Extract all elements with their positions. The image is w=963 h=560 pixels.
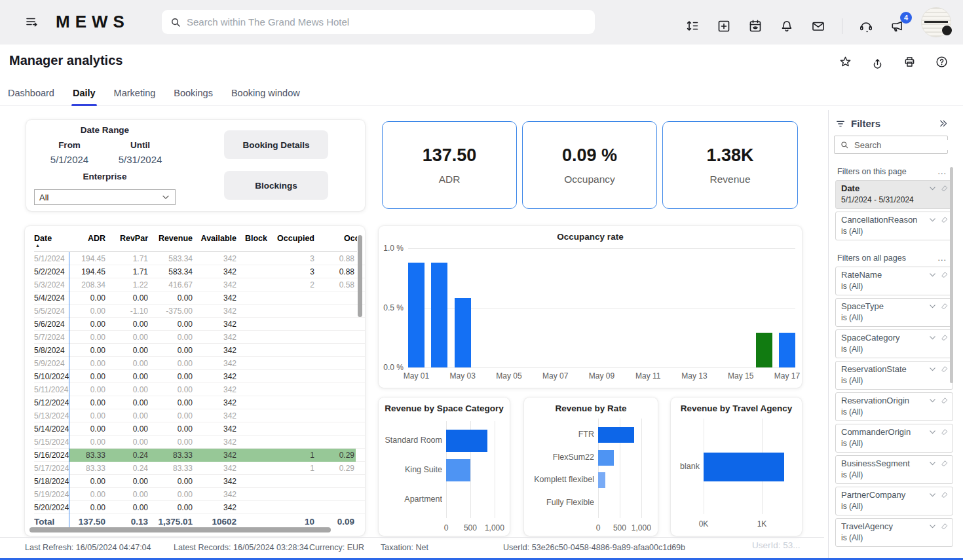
table-row[interactable]: 5/16/202483.330.2483.3334210.29	[34, 449, 365, 462]
table-row[interactable]: 5/15/20240.000.000.00342	[34, 436, 365, 449]
column-header-date[interactable]: Date▲	[34, 234, 69, 243]
filters-search-input[interactable]	[854, 140, 963, 150]
eraser-icon[interactable]	[940, 396, 949, 405]
table-row[interactable]: 5/5/20240.00-1.10-375.00342	[34, 305, 365, 318]
eraser-icon[interactable]	[940, 302, 949, 310]
table-vertical-scrollbar[interactable]	[358, 235, 362, 317]
column-header-revenue[interactable]: Revenue	[149, 234, 194, 243]
help-icon[interactable]	[935, 55, 949, 69]
filters-search[interactable]	[834, 136, 948, 154]
table-row[interactable]: 5/20/20240.000.000.00342	[34, 501, 365, 514]
table-row[interactable]: 5/3/2024208.341.22416.6734220.58	[34, 278, 365, 291]
filter-card-date[interactable]: Date5/1/2024 - 5/31/2024	[835, 180, 953, 209]
table-row[interactable]: 5/17/202483.330.2483.3334210.29	[34, 462, 365, 475]
tab-bookings[interactable]: Bookings	[172, 85, 214, 105]
bar-blank[interactable]	[704, 453, 784, 481]
global-search[interactable]	[162, 10, 595, 34]
bar-may-17[interactable]	[779, 333, 795, 367]
table-row[interactable]: 5/18/20240.000.000.00342	[34, 475, 365, 488]
add-icon[interactable]	[716, 18, 732, 34]
filter-card-partnercompany[interactable]: PartnerCompanyis (All)	[835, 487, 953, 515]
global-search-input[interactable]	[187, 16, 587, 28]
table-row[interactable]: 5/12/20240.000.000.00342	[34, 396, 365, 409]
chevron-down-icon[interactable]	[928, 271, 937, 279]
table-horizontal-scrollbar[interactable]	[29, 527, 331, 532]
eraser-icon[interactable]	[940, 365, 949, 373]
table-row[interactable]: 5/8/20240.000.000.00342	[34, 344, 365, 357]
bar-may-03[interactable]	[455, 298, 471, 367]
bar-standard-room[interactable]	[446, 430, 487, 452]
collapse-menu-icon[interactable]	[24, 14, 40, 30]
avatar[interactable]	[921, 7, 951, 37]
filter-card-cancellationreason[interactable]: CancellationReasonis (All)	[835, 212, 953, 240]
support-headset-icon[interactable]	[858, 18, 874, 34]
eraser-icon[interactable]	[940, 184, 949, 193]
blockings-button[interactable]: Blockings	[224, 171, 328, 200]
eraser-icon[interactable]	[940, 428, 949, 436]
filter-card-ratename[interactable]: RateNameis (All)	[835, 267, 953, 295]
sort-list-icon[interactable]	[685, 18, 700, 34]
bar-ftr[interactable]	[598, 427, 634, 443]
until-value[interactable]: 5/31/2024	[105, 154, 176, 165]
booking-details-button[interactable]: Booking Details	[224, 130, 328, 159]
collapse-filters-icon[interactable]	[938, 119, 948, 128]
tab-marketing[interactable]: Marketing	[113, 85, 157, 105]
tab-dashboard[interactable]: Dashboard	[7, 85, 56, 105]
filter-card-reservationorigin[interactable]: ReservationOriginis (All)	[835, 392, 953, 421]
eraser-icon[interactable]	[940, 491, 949, 499]
calendar-view-icon[interactable]	[747, 18, 763, 34]
table-row[interactable]: 5/9/20240.000.000.00342	[34, 357, 365, 370]
eraser-icon[interactable]	[940, 459, 949, 468]
filters-scrollbar[interactable]	[950, 167, 953, 383]
chevron-down-icon[interactable]	[928, 522, 937, 531]
tab-daily[interactable]: Daily	[71, 85, 97, 105]
filter-card-commanderorigin[interactable]: CommanderOriginis (All)	[835, 424, 953, 453]
eraser-icon[interactable]	[940, 333, 949, 342]
column-header-adr[interactable]: ADR	[69, 234, 107, 243]
table-row[interactable]: 5/10/20240.000.000.00342	[34, 370, 365, 383]
column-header-revpar[interactable]: RevPar	[107, 234, 149, 243]
tab-booking-window[interactable]: Booking window	[230, 85, 301, 105]
notifications-bell-icon[interactable]	[779, 18, 795, 34]
eraser-icon[interactable]	[940, 215, 949, 224]
table-row[interactable]: 5/13/20240.000.000.00342	[34, 409, 365, 422]
filter-card-travelagency[interactable]: TravelAgencyis (All)	[835, 518, 953, 547]
table-row[interactable]: 5/2/2024194.451.71583.3434230.88	[34, 265, 365, 278]
bar-flexsum22[interactable]	[598, 450, 614, 466]
chevron-down-icon[interactable]	[928, 333, 937, 342]
bar-king-suite[interactable]	[446, 459, 470, 481]
share-icon[interactable]	[871, 55, 884, 69]
table-row[interactable]: 5/6/20240.000.000.00342	[34, 318, 365, 331]
filter-card-spacetype[interactable]: SpaceTypeis (All)	[835, 298, 953, 327]
table-row[interactable]: 5/7/20240.000.000.00342	[34, 331, 365, 344]
more-options-icon[interactable]: ...	[938, 253, 947, 263]
table-row[interactable]: 5/19/20240.000.000.00342	[34, 488, 365, 501]
table-row[interactable]: 5/1/2024194.451.71583.3434230.88	[34, 252, 365, 265]
column-header-occupied[interactable]: Occupied	[269, 234, 316, 243]
enterprise-dropdown[interactable]: All	[34, 189, 176, 205]
bar-komplett-flexibel[interactable]	[598, 472, 605, 488]
table-row[interactable]: 5/11/20240.000.000.00342	[34, 383, 365, 396]
chevron-down-icon[interactable]	[928, 459, 937, 468]
bar-may-16[interactable]	[756, 333, 772, 367]
chevron-down-icon[interactable]	[928, 365, 937, 373]
column-header-block[interactable]: Block	[238, 234, 269, 243]
chevron-down-icon[interactable]	[928, 302, 937, 310]
bar-may-01[interactable]	[408, 263, 425, 367]
eraser-icon[interactable]	[940, 522, 949, 531]
eraser-icon[interactable]	[940, 271, 949, 279]
column-header-available[interactable]: Available	[194, 234, 238, 243]
more-options-icon[interactable]: ...	[938, 167, 947, 176]
from-value[interactable]: 5/1/2024	[34, 154, 105, 165]
column-header-occupancy[interactable]: Occupancy	[316, 234, 356, 243]
filter-card-spacecategory[interactable]: SpaceCategoryis (All)	[835, 329, 953, 358]
filter-card-reservationstate[interactable]: ReservationStateis (All)	[835, 361, 953, 390]
table-row[interactable]: 5/4/20240.000.000.00342	[34, 291, 365, 305]
print-icon[interactable]	[903, 55, 916, 69]
chevron-down-icon[interactable]	[928, 184, 937, 193]
table-row[interactable]: 5/14/20240.000.000.00342	[34, 422, 365, 436]
chevron-down-icon[interactable]	[928, 428, 937, 436]
chevron-down-icon[interactable]	[928, 396, 937, 405]
bar-may-02[interactable]	[431, 263, 447, 367]
favorite-star-icon[interactable]	[839, 55, 852, 69]
